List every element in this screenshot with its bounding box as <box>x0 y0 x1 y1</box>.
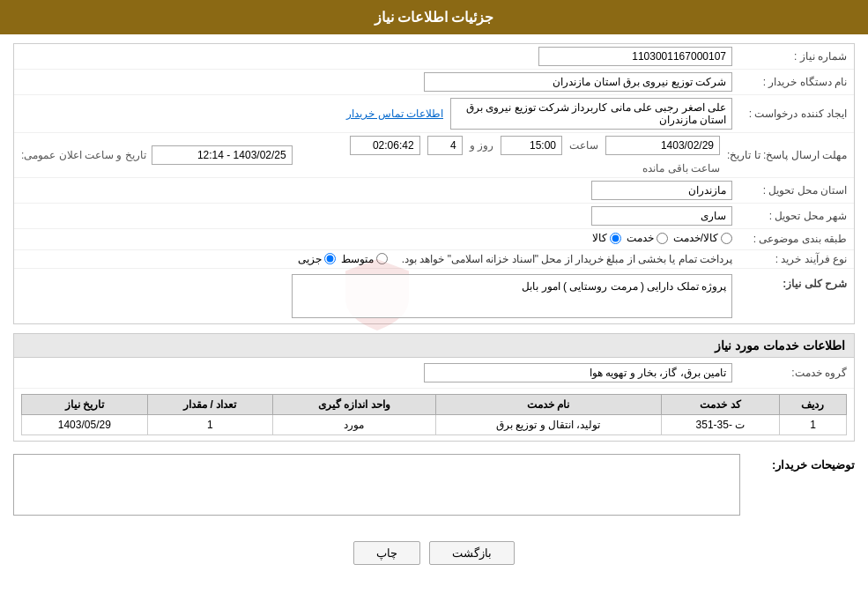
contact-link[interactable]: اطلاعات تماس خریدار <box>346 108 443 120</box>
radio-kala-khedmat-text: کالا/خدمت <box>673 232 718 244</box>
shomara-label: شماره نیاز : <box>732 50 847 63</box>
page-title: جزئیات اطلاعات نیاز <box>375 10 494 25</box>
group-value: تامین برق، گاز، بخار و تهویه هوا <box>21 363 732 382</box>
ostan-label: استان محل تحویل : <box>732 184 847 197</box>
shahr-row: شهر محل تحویل : ساری <box>14 204 854 229</box>
shahr-input: ساری <box>591 206 732 226</box>
radio-kala-khedmat-label[interactable]: کالا/خدمت <box>673 232 732 244</box>
tabaqe-label: طبقه بندی موضوعی : <box>732 233 847 245</box>
radio-motavaset-text: متوسط <box>341 253 374 265</box>
radio-kala-khedmat[interactable] <box>721 233 732 244</box>
page-wrapper: جزئیات اطلاعات نیاز شماره نیاز : 1103001… <box>0 0 868 609</box>
shahr-value: ساری <box>21 206 732 226</box>
info-section: شماره نیاز : 1103001167000107 نام دستگاه… <box>13 43 855 324</box>
date-input: 1403/02/29 <box>605 136 720 155</box>
announce-label: تاریخ و ساعت اعلان عمومی: <box>21 149 146 161</box>
shomara-row: شماره نیاز : 1103001167000107 <box>14 44 854 70</box>
col-tedad: تعداد / مقدار <box>147 394 272 414</box>
dastgah-label: نام دستگاه خریدار : <box>732 76 847 88</box>
services-section: اطلاعات خدمات مورد نیاز گروه خدمت: تامین… <box>13 333 855 442</box>
services-table: ردیف کد خدمت نام خدمت واحد اندازه گیری ت… <box>21 394 847 435</box>
cell-tedad: 1 <box>147 414 272 434</box>
table-row: 1 ت -35-351 تولید، انتقال و توزیع برق مو… <box>22 414 847 434</box>
services-header: اطلاعات خدمات مورد نیاز <box>14 334 854 358</box>
time-label: ساعت <box>569 139 598 152</box>
back-button[interactable]: بازگشت <box>429 541 515 565</box>
ijad-value: علی اصغر رجبی علی مانی کاربرداز شرکت توز… <box>21 98 732 130</box>
col-radif: ردیف <box>779 394 846 414</box>
time-input: 15:00 <box>501 136 562 155</box>
radio-kala[interactable] <box>610 233 621 244</box>
day-input: 4 <box>427 136 463 155</box>
ostan-input: مازندران <box>591 181 732 200</box>
radio-kala-text: کالا <box>592 232 607 244</box>
ijad-input: علی اصغر رجبی علی مانی کاربرداز شرکت توز… <box>450 98 732 130</box>
radio-jozii[interactable] <box>324 253 336 264</box>
shomara-value: 1103001167000107 <box>21 47 732 66</box>
radio-kala-label[interactable]: کالا <box>592 232 621 244</box>
toseeh-label: توضیحات خریدار: <box>749 454 855 472</box>
tabaqe-value: کالا/خدمت خدمت کالا <box>21 232 732 247</box>
services-table-container: ردیف کد خدمت نام خدمت واحد اندازه گیری ت… <box>14 389 854 441</box>
mohlat-row: مهلت ارسال پاسخ: تا تاریخ: 1403/02/29 سا… <box>14 133 854 178</box>
radio-jozii-text: جزیی <box>298 253 322 265</box>
col-nam: نام خدمت <box>435 394 661 414</box>
col-tarikh: تاریخ نیاز <box>22 394 148 414</box>
print-button[interactable]: چاپ <box>353 541 420 565</box>
cell-radif: 1 <box>779 414 846 434</box>
farayand-value: پرداخت تمام یا بخشی از مبلغ خریدار از مح… <box>21 253 732 265</box>
cell-nam: تولید، انتقال و توزیع برق <box>435 414 661 434</box>
farayand-row: نوع فرآیند خرید : پرداخت تمام یا بخشی از… <box>14 250 854 269</box>
page-header: جزئیات اطلاعات نیاز <box>0 0 868 34</box>
group-input: تامین برق، گاز، بخار و تهویه هوا <box>424 363 732 382</box>
main-content: شماره نیاز : 1103001167000107 نام دستگاه… <box>0 34 868 584</box>
sharh-value: A پروژه تملک دارایی ( مرمت روستایی ) امو… <box>21 274 732 318</box>
toseeh-textarea[interactable] <box>13 454 740 516</box>
remain-input: 02:06:42 <box>350 136 420 155</box>
radio-jozii-label[interactable]: جزیی <box>298 253 336 265</box>
announce-input: 1403/02/25 - 12:14 <box>152 145 293 165</box>
dastgah-input: شرکت توزیع نیروی برق استان مازندران <box>424 72 732 92</box>
sharh-row: شرح کلی نیاز: A پروژه تملک دارایی ( مرمت… <box>14 269 854 323</box>
ostan-value: مازندران <box>21 181 732 200</box>
ostan-row: استان محل تحویل : مازندران <box>14 178 854 204</box>
radio-khedmat[interactable] <box>657 233 668 244</box>
mohlat-label: مهلت ارسال پاسخ: تا تاریخ: <box>720 149 847 161</box>
shahr-label: شهر محل تحویل : <box>732 210 847 222</box>
ijad-row: ایجاد کننده درخواست : علی اصغر رجبی علی … <box>14 95 854 133</box>
mohlat-value: 1403/02/29 ساعت 15:00 روز و 4 02:06:42 س… <box>310 136 720 175</box>
ijad-label: ایجاد کننده درخواست : <box>732 108 847 120</box>
shomara-input: 1103001167000107 <box>538 47 732 66</box>
dastgah-value: شرکت توزیع نیروی برق استان مازندران <box>21 72 732 92</box>
col-vahed: واحد اندازه گیری <box>272 394 435 414</box>
sharh-input: پروژه تملک دارایی ( مرمت روستایی ) امور … <box>292 274 732 318</box>
cell-vahed: مورد <box>272 414 435 434</box>
bottom-buttons: بازگشت چاپ <box>13 531 855 576</box>
radio-khedmat-text: خدمت <box>627 232 654 244</box>
radio-motavaset[interactable] <box>376 253 388 264</box>
radio-motavaset-label[interactable]: متوسط <box>341 253 388 265</box>
farayand-label: نوع فرآیند خرید : <box>732 253 847 265</box>
toseeh-section: توضیحات خریدار: <box>13 450 855 522</box>
farayand-note: پرداخت تمام یا بخشی از مبلغ خریدار از مح… <box>402 253 732 265</box>
toseeh-value-container <box>13 454 740 518</box>
col-kod: کد خدمت <box>661 394 779 414</box>
tabaqe-row: طبقه بندی موضوعی : کالا/خدمت خدمت <box>14 229 854 250</box>
day-label: روز و <box>470 139 493 152</box>
cell-tarikh: 1403/05/29 <box>22 414 148 434</box>
group-label: گروه خدمت: <box>732 367 847 379</box>
sharh-label: شرح کلی نیاز: <box>732 274 847 290</box>
remain-label: ساعت باقی مانده <box>642 162 720 175</box>
cell-kod: ت -35-351 <box>661 414 779 434</box>
group-row: گروه خدمت: تامین برق، گاز، بخار و تهویه … <box>14 358 854 389</box>
dastgah-row: نام دستگاه خریدار : شرکت توزیع نیروی برق… <box>14 70 854 95</box>
radio-khedmat-label[interactable]: خدمت <box>627 232 668 244</box>
